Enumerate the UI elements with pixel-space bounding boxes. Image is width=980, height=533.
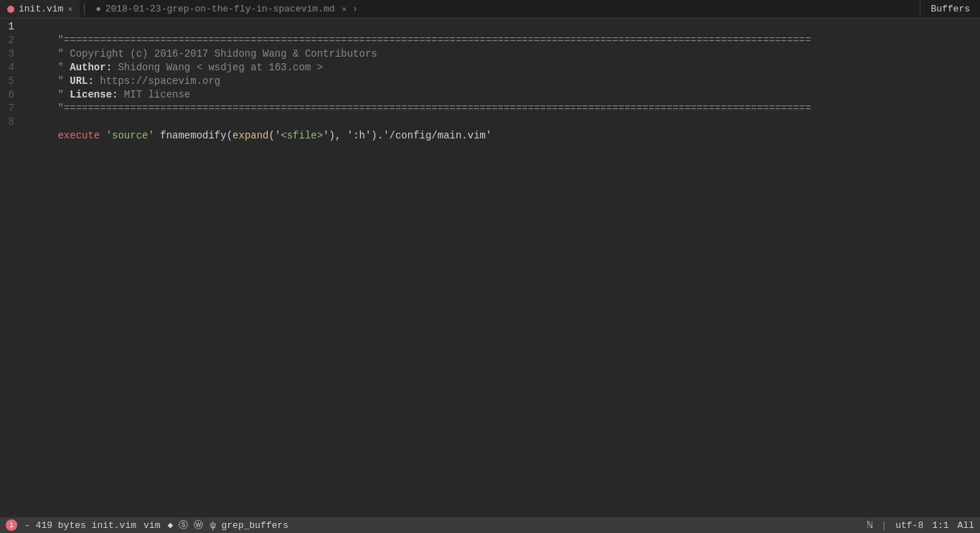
- status-branch-text: ◆ ⓢ ⓦ: [167, 519, 202, 532]
- line-number-5: 5: [0, 75, 22, 88]
- status-plugin: ψ grep_buffers: [210, 520, 288, 531]
- line6-seg1: "=======================================…: [57, 103, 811, 114]
- line-number-3: 3: [0, 47, 22, 61]
- status-right: ℕ | utf-8 1:1 All: [867, 519, 974, 531]
- line-number-7: 7: [0, 102, 22, 115]
- buffers-button[interactable]: Buffers: [920, 0, 980, 18]
- line8-paren1: (': [269, 130, 281, 141]
- line-number-2: 2: [0, 34, 22, 47]
- status-mode: vim: [143, 520, 160, 531]
- line8-sfile: <sfile>: [281, 130, 323, 141]
- status-icon-label: i: [9, 522, 14, 529]
- line8-fname: fnamemodify(: [154, 130, 232, 141]
- code-line-4: 4 " URL: https://spacevim.org: [0, 61, 980, 75]
- tab-close-icon[interactable]: ✕: [67, 4, 72, 14]
- line8-rest: '), ':h').'/config/main.vim': [323, 130, 491, 141]
- status-cursor: 1:1: [932, 520, 948, 531]
- code-line-6: 6 "=====================================…: [0, 88, 980, 102]
- line8-sp1: [100, 130, 105, 141]
- tab-init-vim-label: init.vim: [19, 4, 63, 14]
- code-line-8: 8 execute 'source' fnamemodify(expand('<…: [0, 115, 980, 129]
- line8-execute: execute: [57, 130, 100, 141]
- tab-grep-md[interactable]: ● 2018-01-23-grep-on-the-fly-in-spacevim…: [88, 0, 364, 18]
- tab-init-vim[interactable]: init.vim ✕: [0, 0, 80, 18]
- status-scroll-pct: All: [958, 520, 974, 531]
- status-bar: i - 419 bytes init.vim vim ◆ ⓢ ⓦ ψ grep_…: [0, 517, 980, 533]
- tab-grep-close-icon[interactable]: ✕: [342, 4, 347, 14]
- tab-arrow-icon: ›: [352, 4, 357, 14]
- editor-area: 1 "=====================================…: [0, 19, 980, 517]
- status-error-icon: i: [6, 519, 17, 531]
- tab-grep-md-label: 2018-01-23-grep-on-the-fly-in-spacevim.m…: [105, 4, 335, 14]
- line-number-6: 6: [0, 88, 22, 102]
- line8-expand: expand: [232, 130, 268, 141]
- tab-modified-icon: ●: [95, 4, 100, 14]
- line-number-4: 4: [0, 61, 22, 75]
- status-bytes-filename: - 419 bytes init.vim: [24, 520, 136, 531]
- tab-separator: │: [80, 4, 88, 15]
- line8-source: 'source': [106, 130, 154, 141]
- line-content-8: execute 'source' fnamemodify(expand('<sf…: [22, 115, 491, 156]
- status-plugin-text: ψ grep_buffers: [210, 520, 288, 531]
- code-line-1: 1 "=====================================…: [0, 20, 980, 34]
- status-nerd-font: ℕ: [867, 519, 873, 531]
- code-line-5: 5 " License: MIT license: [0, 75, 980, 88]
- status-divider-1: |: [881, 520, 887, 531]
- tab-bar: init.vim ✕ │ ● 2018-01-23-grep-on-the-fl…: [0, 0, 980, 19]
- line-number-1: 1: [0, 20, 22, 34]
- line-number-8: 8: [0, 115, 22, 129]
- tab-active-icon: [7, 6, 14, 13]
- buffers-label: Buffers: [930, 4, 970, 14]
- status-branch: ◆ ⓢ ⓦ: [167, 519, 202, 532]
- status-encoding: utf-8: [895, 520, 923, 531]
